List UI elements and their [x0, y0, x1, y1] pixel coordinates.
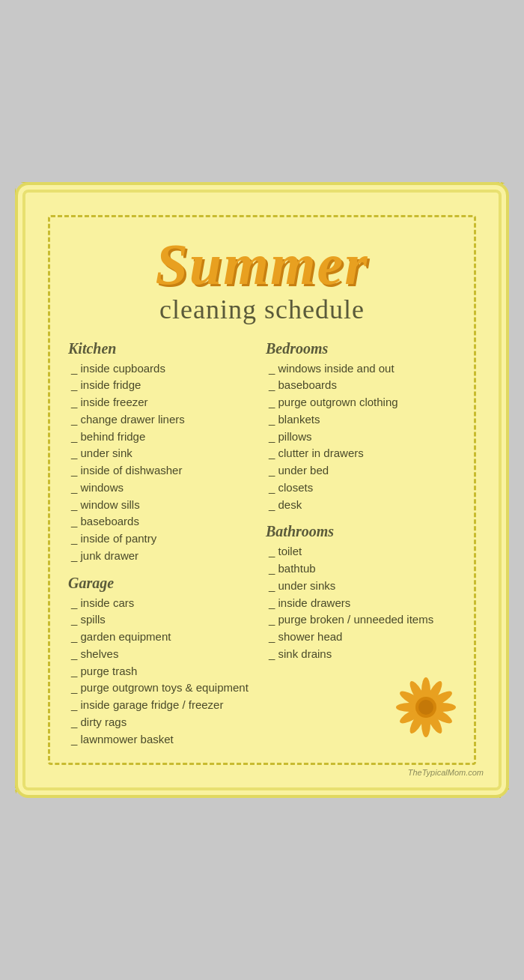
list-item: desk	[266, 497, 456, 513]
content-columns: Kitchen inside cupboards inside fridge i…	[68, 340, 456, 748]
list-item: dirty rags	[68, 714, 258, 731]
list-item: garden equipment	[68, 629, 258, 645]
title-cleaning: cleaning schedule	[68, 294, 456, 325]
list-item: inside fridge	[68, 377, 258, 393]
list-item: clutter in drawers	[266, 445, 456, 462]
list-item: purge trash	[68, 663, 258, 680]
list-item: behind fridge	[68, 429, 258, 445]
bathrooms-heading: Bathrooms	[266, 523, 456, 540]
col-right: Bedrooms windows inside and out baseboar…	[266, 340, 456, 748]
list-item: inside garage fridge / freezer	[68, 697, 258, 713]
list-item: bathtub	[266, 560, 456, 577]
list-item: inside drawers	[266, 595, 456, 611]
kitchen-heading: Kitchen	[68, 340, 258, 357]
title-summer: Summer	[68, 235, 456, 294]
list-item: purge outgrown clothing	[266, 394, 456, 411]
list-item: window sills	[68, 497, 258, 513]
list-item: toilet	[266, 543, 456, 560]
list-item: sink drains	[266, 646, 456, 662]
list-item: pillows	[266, 429, 456, 445]
list-item: inside freezer	[68, 394, 258, 411]
list-item: closets	[266, 480, 456, 496]
list-item: under sinks	[266, 578, 456, 594]
list-item: spills	[68, 611, 258, 628]
list-item: inside of pantry	[68, 530, 258, 547]
list-item: change drawer liners	[68, 411, 258, 428]
card-inner: Summer cleaning schedule Kitchen inside …	[48, 215, 476, 766]
col-left: Kitchen inside cupboards inside fridge i…	[68, 340, 258, 748]
svg-point-13	[418, 700, 433, 715]
card: Summer cleaning schedule Kitchen inside …	[22, 190, 502, 791]
list-item: inside cupboards	[68, 360, 258, 377]
list-item: under bed	[266, 462, 456, 479]
bedrooms-heading: Bedrooms	[266, 340, 456, 357]
list-item: shower head	[266, 629, 456, 645]
list-item: baseboards	[68, 513, 258, 530]
list-item: purge broken / unneeded items	[266, 611, 456, 628]
list-item: inside cars	[68, 595, 258, 611]
watermark: TheTypicalMom.com	[408, 768, 484, 777]
sunflower-icon	[396, 677, 456, 737]
list-item: junk drawer	[68, 548, 258, 564]
list-item: baseboards	[266, 377, 456, 393]
list-item: under sink	[68, 445, 258, 462]
list-item: windows	[68, 480, 258, 496]
list-item: inside of dishwasher	[68, 462, 258, 479]
list-item: lawnmower basket	[68, 731, 258, 748]
list-item: shelves	[68, 646, 258, 662]
list-item: blankets	[266, 411, 456, 428]
list-item: windows inside and out	[266, 360, 456, 377]
list-item: purge outgrown toys & equipment	[68, 680, 258, 696]
garage-heading: Garage	[68, 575, 258, 592]
page-wrapper: Summer cleaning schedule Kitchen inside …	[0, 0, 524, 980]
